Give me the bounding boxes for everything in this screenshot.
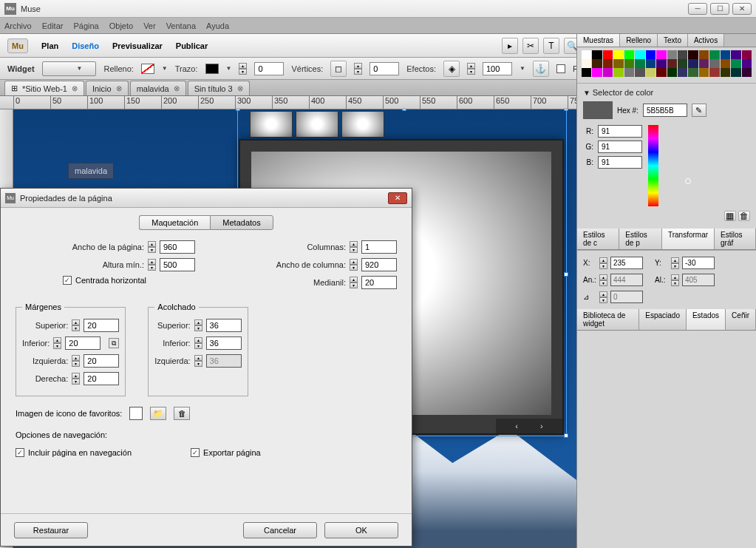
swatch-cell[interactable] <box>742 68 752 77</box>
b-input[interactable]: 91 <box>598 156 642 169</box>
doctab-malavida[interactable]: malavida⊗ <box>130 81 186 95</box>
swatch-cell[interactable] <box>678 50 687 59</box>
padding-top-input[interactable]: 36 <box>206 319 242 332</box>
swatch-cell[interactable] <box>592 68 602 77</box>
view-plan[interactable]: Plan <box>41 41 58 50</box>
swatch-cell[interactable] <box>624 50 634 59</box>
mu-badge[interactable]: Mu <box>7 38 28 53</box>
swatch-cell[interactable] <box>742 50 752 59</box>
text-tool[interactable]: T <box>543 38 559 54</box>
swatch-cell[interactable] <box>678 59 687 68</box>
swatch-cell[interactable] <box>667 68 677 77</box>
swatch-cell[interactable] <box>646 50 655 59</box>
swatch-cell[interactable] <box>646 68 655 77</box>
columns-input[interactable]: 1 <box>361 240 397 254</box>
tab-cenir[interactable]: Ceñir <box>726 309 756 330</box>
swatch-cell[interactable] <box>688 50 698 59</box>
dialog-close-button[interactable]: ✕ <box>388 192 407 204</box>
swatch-cell[interactable] <box>635 50 644 59</box>
swatch-cell[interactable] <box>731 59 740 68</box>
maximize-button[interactable]: ☐ <box>710 3 729 15</box>
swatch-cell[interactable] <box>678 68 687 77</box>
swatch-cell[interactable] <box>688 68 698 77</box>
corners-icon[interactable]: ◻ <box>330 61 347 77</box>
delete-swatch-icon[interactable]: 🗑 <box>738 211 750 221</box>
y-input[interactable] <box>682 257 715 269</box>
height-input[interactable] <box>682 274 715 286</box>
link-margins-icon[interactable]: ⧉ <box>109 338 119 348</box>
x-input[interactable] <box>610 257 643 269</box>
tab-biblioteca[interactable]: Biblioteca de widget <box>577 309 639 330</box>
handle[interactable] <box>564 433 568 438</box>
swatch-cell[interactable] <box>688 59 698 68</box>
min-height-input[interactable]: 500 <box>160 258 195 271</box>
rotation-input[interactable] <box>610 291 643 303</box>
swatch-cell[interactable] <box>603 59 613 68</box>
tab-muestras[interactable]: Muestras <box>577 34 620 47</box>
swatch-cell[interactable] <box>603 68 613 77</box>
handle[interactable] <box>236 109 240 111</box>
swatch-cell[interactable] <box>667 59 677 68</box>
swatch-cell[interactable] <box>709 50 719 59</box>
swatch-cell[interactable] <box>699 59 709 68</box>
swatch-cell[interactable] <box>699 50 709 59</box>
swatch-cell[interactable] <box>624 68 634 77</box>
opacity-dropdown[interactable]: ▼ <box>520 65 525 72</box>
margin-bottom-input[interactable]: 20 <box>65 336 101 350</box>
swatch-cell[interactable] <box>582 50 591 59</box>
menu-ayuda[interactable]: Ayuda <box>206 21 229 30</box>
hue-slider[interactable] <box>648 125 658 206</box>
swatch-cell[interactable] <box>613 50 623 59</box>
corners-value[interactable]: 0 <box>370 62 399 75</box>
close-button[interactable]: ✕ <box>732 3 752 15</box>
swatch-cell[interactable] <box>731 68 740 77</box>
swatch-cell[interactable] <box>582 68 591 77</box>
swatch-cell[interactable] <box>613 59 623 68</box>
swatch-cell[interactable] <box>709 59 719 68</box>
handle[interactable] <box>564 272 568 277</box>
width-input[interactable] <box>610 274 643 286</box>
swatch-cell[interactable] <box>721 59 730 68</box>
thumbnail[interactable] <box>296 111 338 138</box>
tab-close-icon[interactable]: ⊗ <box>174 84 180 92</box>
current-color-swatch[interactable] <box>583 101 613 119</box>
doctab-inicio[interactable]: Inicio⊗ <box>86 81 129 95</box>
cancel-button[interactable]: Cancelar <box>243 522 317 538</box>
tab-close-icon[interactable]: ⊗ <box>237 84 243 92</box>
tab-relleno[interactable]: Relleno <box>620 34 658 47</box>
stroke-weight[interactable]: 0 <box>254 62 284 75</box>
menu-archivo[interactable]: Archivo <box>4 21 32 30</box>
next-icon[interactable]: › <box>540 422 543 430</box>
fill-dropdown[interactable]: ▼ <box>162 65 168 72</box>
eyedropper-icon[interactable]: ✎ <box>692 104 706 117</box>
swatch-cell[interactable] <box>582 59 591 68</box>
site-label-widget[interactable]: malavida <box>68 163 114 179</box>
thumbnail[interactable] <box>250 111 293 138</box>
menu-ventana[interactable]: Ventana <box>166 21 196 30</box>
swatch-cell[interactable] <box>667 50 677 59</box>
swatch-cell[interactable] <box>603 50 613 59</box>
color-cursor[interactable] <box>685 178 691 184</box>
menu-ver[interactable]: Ver <box>143 21 156 30</box>
thumbnail[interactable] <box>341 111 384 138</box>
corners-down[interactable]: ▾ <box>354 69 362 75</box>
swatch-cell[interactable] <box>721 68 730 77</box>
tab-estilos-p[interactable]: Estilos de p <box>619 229 662 249</box>
export-page-checkbox[interactable]: ✓ <box>191 448 200 457</box>
menu-pagina[interactable]: Página <box>73 21 98 30</box>
tab-close-icon[interactable]: ⊗ <box>72 84 78 92</box>
column-width-input[interactable]: 920 <box>361 258 397 271</box>
padding-bottom-input[interactable]: 36 <box>206 336 242 350</box>
swatch-cell[interactable] <box>592 50 602 59</box>
tab-close-icon[interactable]: ⊗ <box>116 84 122 92</box>
g-input[interactable]: 91 <box>598 141 642 153</box>
center-horiz-checkbox[interactable]: ✓ <box>63 276 72 285</box>
handle[interactable] <box>402 109 406 111</box>
handle[interactable] <box>564 109 568 111</box>
tab-texto[interactable]: Texto <box>658 34 688 47</box>
swatch-cell[interactable] <box>699 68 709 77</box>
opacity-value[interactable]: 100 <box>483 62 512 75</box>
tab-estilos-g[interactable]: Estilos gráf <box>715 229 756 249</box>
swatch-cell[interactable] <box>613 68 623 77</box>
swatch-cell[interactable] <box>709 68 719 77</box>
